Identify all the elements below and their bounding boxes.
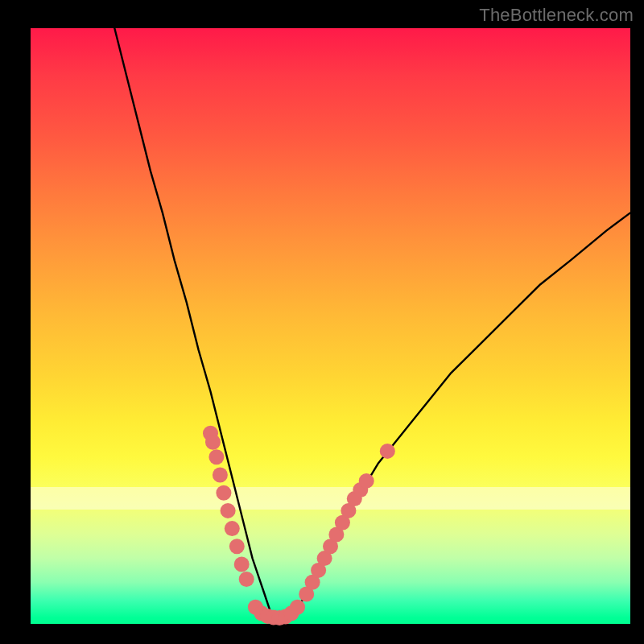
bottleneck-curve-svg bbox=[31, 28, 630, 624]
data-dots bbox=[203, 426, 395, 625]
svg-point-29 bbox=[380, 444, 395, 459]
svg-point-4 bbox=[216, 485, 231, 501]
svg-point-7 bbox=[229, 539, 245, 554]
svg-point-9 bbox=[239, 572, 254, 587]
watermark-label: TheBottleneck.com bbox=[479, 5, 634, 26]
svg-point-2 bbox=[208, 449, 224, 464]
svg-point-6 bbox=[225, 521, 240, 536]
svg-point-8 bbox=[234, 557, 250, 572]
svg-point-17 bbox=[290, 600, 305, 615]
svg-point-5 bbox=[221, 503, 236, 518]
svg-point-1 bbox=[205, 435, 221, 450]
chart-frame: TheBottleneck.com bbox=[0, 0, 644, 644]
svg-point-3 bbox=[213, 468, 228, 483]
svg-point-28 bbox=[359, 473, 374, 489]
plot-area bbox=[31, 28, 630, 624]
curve-path bbox=[114, 28, 630, 618]
